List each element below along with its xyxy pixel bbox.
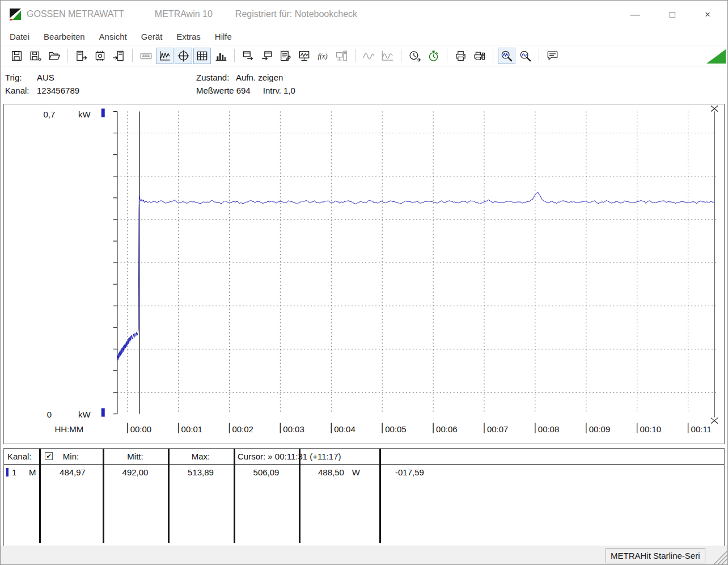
channel-mode: M <box>29 467 36 478</box>
toolbar-device-list-button[interactable] <box>277 48 294 64</box>
chart-background <box>4 104 724 443</box>
toolbar-analog-view-button[interactable] <box>175 48 192 64</box>
device-panel: METRAHit Starline-Seri <box>606 548 705 563</box>
toolbar-separator <box>67 49 68 62</box>
time-sync-icon <box>409 50 421 62</box>
x-tick-label: 00:09 <box>589 424 610 434</box>
table-view-icon <box>196 50 208 62</box>
interval-timer-icon <box>428 50 439 62</box>
menubar: DateiBearbeitenAnsichtGerätExtrasHilfe <box>1 28 727 45</box>
status-left-block: Trig:AUS Kanal:123456789 <box>5 71 79 97</box>
value-mitt: 492,00 <box>103 467 168 478</box>
kanal-value: 123456789 <box>37 86 79 95</box>
toolbar-separator <box>234 49 235 62</box>
toolbar-interval-timer-button[interactable] <box>425 48 442 64</box>
x-axis-label: HH:MM <box>54 424 83 434</box>
app-logo-icon <box>9 7 22 21</box>
toolbar-memory-card-button[interactable] <box>91 48 109 64</box>
x-tick-label: 00:07 <box>487 424 508 434</box>
menu-ansicht[interactable]: Ansicht <box>99 32 127 41</box>
export-data-icon <box>75 50 87 62</box>
toolbar-window-export-button[interactable] <box>239 48 257 64</box>
chart-view-icon <box>159 50 171 62</box>
toolbar-table-view-button[interactable] <box>193 48 211 64</box>
toolbar-annotation-button[interactable] <box>544 48 561 64</box>
svg-text:f(x): f(x) <box>318 52 328 60</box>
x-tick-label: 00:02 <box>232 424 253 434</box>
y-unit-label-bottom: kW <box>78 410 91 419</box>
messwerte-label: Meßwerte <box>196 86 234 95</box>
window-controls: — □ × <box>630 10 722 19</box>
toolbar-zoom-curve-button[interactable] <box>498 48 515 64</box>
status-panel: Trig:AUS Kanal:123456789 Zustand:Aufn. z… <box>1 66 727 104</box>
toolbar-histogram-view-button[interactable] <box>212 48 230 64</box>
menu-hilfe[interactable]: Hilfe <box>215 32 232 41</box>
y-range-marker-top <box>101 108 105 117</box>
toolbar-multi-curve-button <box>379 48 396 64</box>
cursor-header: Cursor: » 00:11:31 (+11:17) <box>238 452 341 462</box>
toolbar-single-curve-button <box>360 48 378 64</box>
zustand-value: Aufn. zeigen <box>236 73 283 82</box>
toolbar-device-monitor-button[interactable] <box>295 48 313 64</box>
toolbar-print-preview-button[interactable] <box>471 48 488 64</box>
toolbar-separator <box>132 49 133 62</box>
menu-gert[interactable]: Gerät <box>141 32 163 41</box>
y-range-marker-bottom <box>101 408 105 417</box>
col-min-label: Min: <box>39 452 103 462</box>
toolbar-export-data-button[interactable] <box>73 48 90 64</box>
table-divider <box>299 449 300 543</box>
x-tick-label: 00:05 <box>385 424 406 434</box>
save-as-icon <box>29 50 41 62</box>
x-tick-label: 00:11 <box>691 424 712 434</box>
channel-color-marker <box>6 468 9 477</box>
messwerte-value: 694 <box>236 86 251 95</box>
toolbar-import-data-button[interactable] <box>110 48 128 64</box>
toolbar-open-button[interactable] <box>45 48 63 64</box>
import-data-icon <box>113 50 125 62</box>
toolbar: f(x) <box>1 45 727 66</box>
toolbar-chart-view-button[interactable] <box>156 48 173 64</box>
measurement-table: Kanal: ✔ Min: Mitt: Max: Cursor: » 00:11… <box>3 448 725 547</box>
minimize-button[interactable]: — <box>630 10 640 19</box>
trig-value: AUS <box>37 73 54 82</box>
toolbar-pc-connect-button <box>333 48 350 64</box>
toolbar-formula-button[interactable]: f(x) <box>314 48 332 64</box>
x-tick-label: 00:01 <box>181 424 202 434</box>
toolbar-save-button[interactable] <box>8 48 26 64</box>
toolbar-zoom-button[interactable] <box>517 48 534 64</box>
menu-datei[interactable]: Datei <box>10 32 29 41</box>
x-tick-label: 00:04 <box>334 424 355 434</box>
toolbar-separator <box>401 49 401 62</box>
titlebar-registration: Registriert für: Notebookcheck <box>235 9 357 19</box>
maximize-button[interactable]: □ <box>670 10 675 19</box>
x-tick-label: 00:06 <box>436 424 457 434</box>
titlebar[interactable]: GOSSEN METRAWATT METRAwin 10 Registriert… <box>1 1 727 28</box>
power-chart[interactable]: 0,7kW0kWHH:MM00:0000:0100:0200:0300:0400… <box>4 104 724 444</box>
resize-grip-icon[interactable] <box>708 546 727 564</box>
chart-area[interactable]: 0,7kW0kWHH:MM00:0000:0100:0200:0300:0400… <box>3 104 725 444</box>
channel-number: 1 <box>12 467 16 478</box>
intrv-value: 1,0 <box>283 86 295 95</box>
window-import-icon <box>261 50 273 62</box>
close-button[interactable]: × <box>705 10 710 19</box>
titlebar-app-name: METRAwin 10 <box>155 9 213 19</box>
toolbar-window-import-button[interactable] <box>258 48 276 64</box>
single-curve-icon <box>363 50 375 62</box>
toolbar-print-button[interactable] <box>452 48 469 64</box>
toolbar-save-as-button[interactable] <box>27 48 44 64</box>
toolbar-time-sync-button[interactable] <box>406 48 424 64</box>
kanal-label: Kanal: <box>5 84 35 97</box>
analog-view-icon <box>177 50 189 62</box>
annotation-icon <box>547 50 558 62</box>
formula-icon: f(x) <box>317 50 329 62</box>
menu-extras[interactable]: Extras <box>176 32 201 41</box>
x-tick-label: 00:03 <box>283 424 304 434</box>
device-list-icon <box>280 50 291 62</box>
titlebar-brand: GOSSEN METRAWATT <box>27 9 124 19</box>
menu-bearbeiten[interactable]: Bearbeiten <box>44 32 85 41</box>
table-divider <box>39 449 41 543</box>
toolbar-numeric-display-button <box>137 48 155 64</box>
toolbar-separator <box>447 49 447 62</box>
status-mid-block: Zustand:Aufn. zeigen Meßwerte694Intrv.1,… <box>196 71 295 97</box>
open-icon <box>48 50 60 62</box>
